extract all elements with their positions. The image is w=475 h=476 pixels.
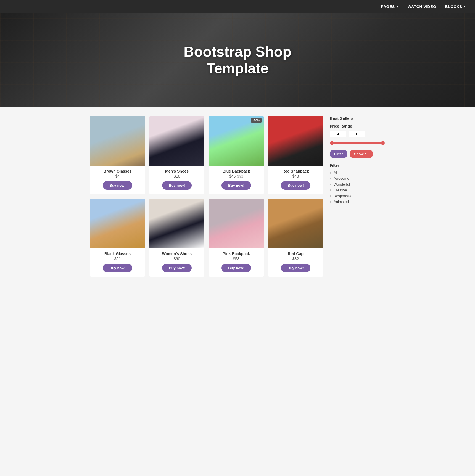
product-price: $60 [174, 256, 180, 261]
product-price-row: $60 [174, 256, 180, 261]
range-thumb-left[interactable] [330, 141, 334, 145]
product-price-row: $43 [292, 174, 299, 178]
hero-title: Bootstrap Shop Template [184, 44, 291, 77]
hero-title-line1: Bootstrap Shop [184, 44, 291, 60]
product-image: -50% [209, 116, 264, 166]
product-name: Pink Backpack [223, 252, 250, 256]
product-name: Women's Shoes [162, 252, 192, 256]
filter-item-label: Animated [334, 200, 349, 204]
filter-section-title: Filter [330, 163, 385, 168]
buy-now-button[interactable]: Buy now! [103, 264, 132, 272]
product-image [149, 116, 204, 166]
product-card: -50% Blue Backpack $46 $92 Buy now! [209, 116, 264, 194]
product-card: Women's Shoes $60 Buy now! [149, 199, 204, 277]
nav-blocks[interactable]: BLOCKS ▼ [445, 4, 466, 9]
nav-blocks-label: BLOCKS [445, 4, 462, 9]
buy-now-button[interactable]: Buy now! [281, 181, 310, 190]
product-image [209, 199, 264, 248]
product-price: $43 [292, 174, 299, 178]
filter-list-item[interactable]: All [330, 170, 385, 176]
main-layout: Brown Glasses $4 Buy now! Men's Shoes $1… [86, 107, 389, 285]
product-price-row: $4 [115, 174, 120, 178]
product-card: Red Cap $32 Buy now! [268, 199, 323, 277]
product-image [268, 116, 323, 166]
buy-now-button[interactable]: Buy now! [103, 181, 132, 190]
product-price-row: $46 $92 [229, 174, 243, 178]
product-name: Red Cap [288, 252, 304, 256]
filter-item-label: Awesome [334, 176, 349, 181]
product-image [268, 199, 323, 248]
price-range-label: Price Range [330, 124, 385, 128]
filter-item-label: Wonderful [334, 182, 350, 186]
product-card: Brown Glasses $4 Buy now! [90, 116, 145, 194]
product-price: $4 [115, 174, 120, 178]
show-all-button[interactable]: Show all [350, 150, 373, 158]
product-price: $46 [229, 174, 236, 178]
product-name: Blue Backpack [223, 169, 250, 173]
filter-dot-icon [330, 178, 331, 179]
filter-list-item[interactable]: Awesome [330, 176, 385, 181]
filter-button[interactable]: Filter [330, 150, 347, 158]
filter-list-item[interactable]: Animated [330, 199, 385, 205]
nav-watch-video[interactable]: WATCH VIDEO [408, 4, 436, 9]
product-price: $91 [114, 256, 121, 261]
product-price-strike: $92 [237, 174, 243, 178]
buy-now-button[interactable]: Buy now! [221, 264, 251, 272]
filter-list: All Awesome Wonderful Creative Responsiv… [330, 170, 385, 205]
filter-list-item[interactable]: Creative [330, 187, 385, 193]
navigation: PAGES ▼ WATCH VIDEO BLOCKS ▼ [0, 0, 475, 13]
nav-pages-label: PAGES [381, 4, 395, 9]
product-price-row: $16 [174, 174, 180, 178]
nav-watch-video-label: WATCH VIDEO [408, 4, 436, 9]
product-name: Red Snapback [282, 169, 309, 173]
product-image [90, 199, 145, 248]
hero-title-line2: Template [207, 60, 268, 76]
filter-dot-icon [330, 184, 331, 185]
filter-dot-icon [330, 195, 331, 197]
product-price-row: $32 [292, 256, 299, 261]
product-card: Pink Backpack $58 Buy now! [209, 199, 264, 277]
range-fill [332, 142, 383, 144]
price-max-input[interactable] [349, 131, 365, 137]
products-section: Brown Glasses $4 Buy now! Men's Shoes $1… [90, 116, 323, 277]
product-card: Red Snapback $43 Buy now! [268, 116, 323, 194]
product-name: Brown Glasses [104, 169, 131, 173]
range-thumb-right[interactable] [381, 141, 385, 145]
product-card: Men's Shoes $16 Buy now! [149, 116, 204, 194]
filter-item-label: Responsive [334, 194, 352, 198]
filter-item-label: All [334, 171, 337, 175]
product-image [90, 116, 145, 166]
discount-badge: -50% [251, 118, 262, 123]
product-price-row: $91 [114, 256, 121, 261]
product-price: $32 [292, 256, 299, 261]
sidebar: Best Sellers Price Range Filter Show all… [330, 116, 385, 277]
nav-pages-arrow-icon: ▼ [396, 5, 399, 8]
filter-dot-icon [330, 189, 331, 191]
buy-now-button[interactable]: Buy now! [221, 181, 251, 190]
product-price: $58 [233, 256, 239, 261]
buy-now-button[interactable]: Buy now! [281, 264, 310, 272]
nav-pages[interactable]: PAGES ▼ [381, 4, 399, 9]
filter-list-item[interactable]: Responsive [330, 193, 385, 199]
filter-dot-icon [330, 172, 331, 174]
product-name: Men's Shoes [165, 169, 189, 173]
nav-blocks-arrow-icon: ▼ [463, 5, 466, 8]
buy-now-button[interactable]: Buy now! [162, 181, 192, 190]
product-name: Black Glasses [104, 252, 131, 256]
price-inputs [330, 131, 385, 137]
product-card: Black Glasses $91 Buy now! [90, 199, 145, 277]
price-range-slider[interactable] [330, 140, 385, 146]
best-sellers-title: Best Sellers [330, 116, 385, 121]
sidebar-buttons: Filter Show all [330, 150, 385, 158]
buy-now-button[interactable]: Buy now! [162, 264, 192, 272]
product-price-row: $58 [233, 256, 239, 261]
price-min-input[interactable] [330, 131, 346, 137]
hero-section: Bootstrap Shop Template [0, 13, 475, 107]
product-price: $16 [174, 174, 180, 178]
filter-list-item[interactable]: Wonderful [330, 181, 385, 187]
product-image [149, 199, 204, 248]
products-grid: Brown Glasses $4 Buy now! Men's Shoes $1… [90, 116, 323, 277]
filter-item-label: Creative [334, 188, 347, 192]
filter-dot-icon [330, 201, 331, 203]
